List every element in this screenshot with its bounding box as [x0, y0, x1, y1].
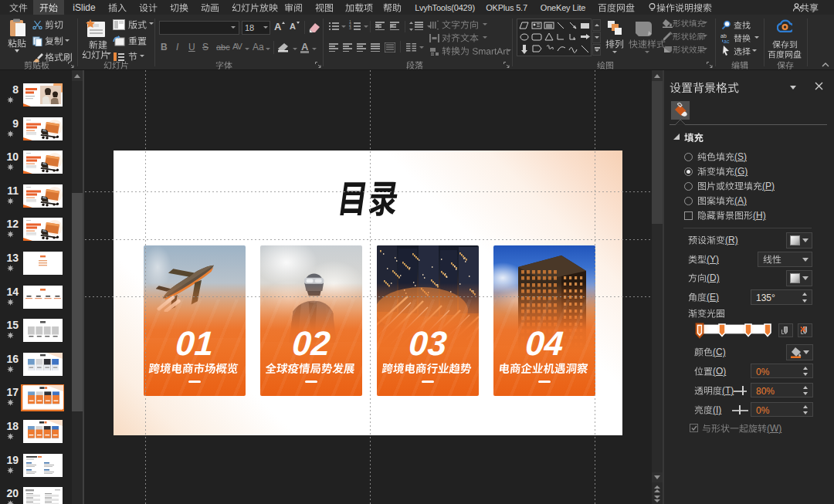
svg-text:ac: ac	[724, 39, 730, 44]
